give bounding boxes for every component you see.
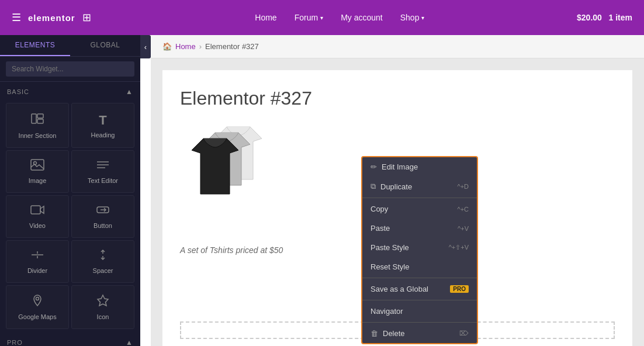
ctx-divider-4	[362, 322, 477, 323]
top-left-icons: ☰ elementor ⊞	[12, 11, 91, 24]
chevron-down-icon: ▾	[320, 15, 323, 21]
tab-elements[interactable]: ELEMENTS	[0, 35, 70, 56]
ctx-save-global[interactable]: Save as a Global PRO	[362, 279, 477, 299]
image-icon	[30, 159, 44, 174]
ctx-divider-3	[362, 300, 477, 300]
context-menu: ✏ Edit Image ⧉ Duplicate ^+D	[361, 156, 478, 344]
tab-global[interactable]: GLOBAL	[70, 35, 140, 56]
breadcrumb: 🏠 Home › Elementor #327	[151, 35, 644, 58]
ctx-reset-style[interactable]: Reset Style	[362, 257, 477, 276]
ctx-label: Save as a Global	[371, 285, 428, 293]
main-layout: ELEMENTS GLOBAL BASIC ▲ Inner Section	[0, 35, 644, 346]
product-image	[180, 121, 297, 238]
search-input[interactable]	[6, 61, 134, 77]
collapse-icon[interactable]: ▲	[126, 338, 133, 346]
widget-label: Heading	[91, 132, 115, 139]
widget-text-editor[interactable]: Text Editor	[71, 150, 134, 193]
ctx-label: Paste Style	[371, 243, 409, 252]
basic-widget-grid: Inner Section T Heading Image	[0, 99, 140, 333]
svg-point-16	[36, 297, 39, 300]
ctx-label: Edit Image	[382, 162, 418, 171]
hamburger-icon[interactable]: ☰	[12, 11, 21, 24]
home-icon: 🏠	[162, 42, 172, 51]
widget-label: Video	[29, 222, 46, 229]
widget-label: Text Editor	[88, 177, 118, 184]
breadcrumb-separator: ›	[199, 42, 202, 51]
ctx-duplicate[interactable]: ⧉ Duplicate ^+D	[362, 177, 477, 196]
sidebar-tabs: ELEMENTS GLOBAL	[0, 35, 140, 57]
ctx-shortcut: ^+D	[457, 183, 469, 190]
ctx-label: Reset Style	[371, 262, 409, 271]
ctx-navigator[interactable]: Navigator	[362, 302, 477, 321]
ctx-label: Navigator	[371, 307, 403, 316]
widget-label: Button	[94, 222, 112, 229]
breadcrumb-home[interactable]: Home	[175, 42, 196, 51]
widget-video[interactable]: Video	[6, 195, 69, 238]
widget-image[interactable]: Image	[6, 150, 69, 193]
ctx-paste-style[interactable]: Paste Style ^+⇧+V	[362, 238, 477, 257]
ctx-paste[interactable]: Paste ^+V	[362, 219, 477, 238]
grid-icon[interactable]: ⊞	[82, 11, 91, 24]
widget-heading[interactable]: T Heading	[71, 103, 134, 148]
widget-icon[interactable]: Icon	[71, 285, 134, 329]
nav-forum[interactable]: Forum ▾	[295, 13, 323, 22]
google-maps-icon	[31, 294, 44, 310]
icon-widget-icon	[96, 294, 109, 310]
widget-spacer[interactable]: Spacer	[71, 240, 134, 283]
widget-divider[interactable]: Divider	[6, 240, 69, 283]
spacer-icon	[96, 249, 110, 264]
product-caption: A set of Tshirts priced at $50	[180, 245, 297, 255]
video-icon	[30, 204, 44, 219]
product-image-container[interactable]: A set of Tshirts priced at $50	[180, 121, 297, 238]
ctx-label: Copy	[371, 205, 388, 213]
widget-google-maps[interactable]: Google Maps	[6, 285, 69, 329]
widget-label: Spacer	[93, 267, 113, 274]
breadcrumb-current: Elementor #327	[205, 42, 259, 51]
collapse-icon[interactable]: ▲	[126, 88, 133, 96]
chevron-down-icon: ▾	[421, 15, 424, 21]
page-content: Elementor #327	[162, 70, 632, 346]
svg-rect-3	[31, 160, 44, 170]
ctx-copy[interactable]: Copy ^+C	[362, 199, 477, 219]
text-editor-icon	[96, 159, 110, 174]
elementor-logo: elementor	[28, 13, 75, 23]
svg-marker-17	[98, 295, 108, 306]
ctx-label: Delete	[383, 329, 405, 338]
ctx-edit-image[interactable]: ✏ Edit Image	[362, 157, 477, 177]
page-title: Elementor #327	[180, 88, 615, 109]
svg-rect-0	[32, 114, 36, 123]
delete-icon: 🗑	[371, 329, 378, 338]
nav-myaccount[interactable]: My account	[341, 13, 383, 22]
widget-button[interactable]: Button	[71, 195, 134, 238]
nav-home[interactable]: Home	[255, 13, 276, 22]
heading-icon: T	[99, 113, 106, 128]
widget-label: Image	[29, 177, 47, 184]
nav-links: Home Forum ▾ My account Shop ▾	[103, 13, 577, 22]
svg-rect-1	[37, 114, 43, 118]
ctx-label: Duplicate	[380, 182, 412, 191]
ctx-delete[interactable]: 🗑 Delete ⌦	[362, 324, 477, 343]
section-title-basic: BASIC ▲	[0, 82, 140, 99]
cart-info[interactable]: $20.00 1 item	[577, 13, 632, 22]
product-area: A set of Tshirts priced at $50 ✏ Edit Im…	[180, 121, 615, 238]
ctx-label: Paste	[371, 224, 390, 233]
ctx-shortcut: ^+C	[457, 206, 469, 213]
widget-inner-section[interactable]: Inner Section	[6, 103, 69, 148]
sidebar-search-container	[0, 57, 140, 82]
sidebar: ELEMENTS GLOBAL BASIC ▲ Inner Section	[0, 35, 140, 346]
ctx-shortcut: ^+V	[458, 225, 469, 232]
content-area: 🏠 Home › Elementor #327 Elementor #327	[151, 35, 644, 346]
ctx-shortcut: ⌦	[459, 330, 469, 337]
section-title-pro: PRO ▲	[0, 333, 140, 346]
nav-shop[interactable]: Shop ▾	[400, 13, 425, 22]
widget-label: Inner Section	[19, 132, 57, 139]
duplicate-icon: ⧉	[371, 182, 376, 191]
ctx-divider	[362, 198, 477, 198]
ctx-shortcut: ^+⇧+V	[449, 244, 469, 251]
sidebar-collapse-button[interactable]: ‹	[140, 35, 151, 58]
inner-section-icon	[30, 112, 44, 129]
cart-items: 1 item	[609, 13, 632, 22]
widget-label: Icon	[97, 313, 109, 320]
edit-icon: ✏	[371, 162, 377, 171]
widget-label: Divider	[27, 267, 47, 274]
